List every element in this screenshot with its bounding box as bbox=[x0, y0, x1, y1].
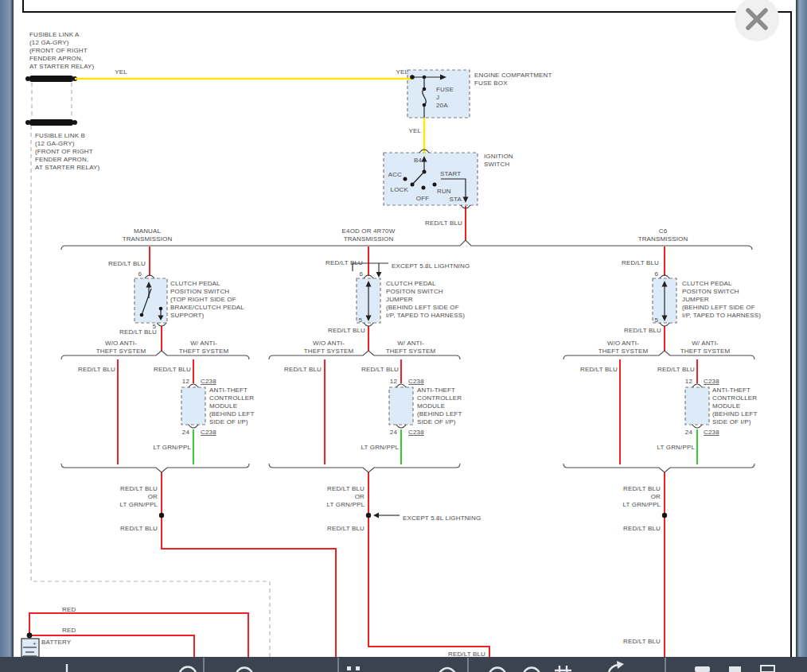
filled-rect-icon[interactable] bbox=[729, 666, 741, 672]
wire-label-red: RED bbox=[62, 627, 76, 634]
junction-dot-left bbox=[159, 513, 164, 518]
clutch-switch-label: BRAKE/CLUTCH PEDAL bbox=[170, 304, 244, 311]
wire-label-lt-grn-ppl: LT GRN/PPL bbox=[657, 444, 696, 451]
antitheft-module-label: (BEHIND LEFT bbox=[712, 410, 757, 418]
fusible-link-a-label: (FRONT OF RIGHT bbox=[29, 47, 88, 54]
wire-label-red-lt-blu: RED/LT BLU bbox=[425, 219, 462, 227]
antitheft-module-label: SIDE OF I/P) bbox=[417, 418, 456, 425]
fusible-link-b-label: (FRONT OF RIGHT bbox=[35, 148, 93, 155]
wiring-diagram: FUSIBLE LINK A (12 GA-GRY) (FRONT OF RIG… bbox=[0, 0, 807, 672]
fuse-label: FUSE bbox=[436, 86, 454, 93]
antitheft-module-label: CONTROLLER bbox=[209, 394, 254, 402]
filled-rect-icon[interactable] bbox=[695, 666, 710, 672]
system-wo-antitheft: THEFT SYSTEM bbox=[304, 348, 354, 355]
ignition-pin-b4: B4 bbox=[414, 157, 422, 164]
ignition-title: IGNITION bbox=[484, 153, 513, 160]
pin-5: 5 bbox=[358, 317, 362, 324]
clutch-switch-label: (TOP RIGHT SIDE OF bbox=[170, 296, 236, 303]
pin-5: 5 bbox=[654, 317, 658, 324]
pin-6: 6 bbox=[138, 270, 142, 278]
fuse-box-title: FUSE BOX bbox=[474, 80, 508, 87]
page-background bbox=[0, 0, 807, 672]
ignition-pos-start: START bbox=[440, 170, 461, 177]
pin-24: 24 bbox=[182, 429, 190, 436]
system-w-antitheft: THEFT SYSTEM bbox=[386, 348, 436, 355]
antitheft-module-label: MODULE bbox=[712, 402, 740, 410]
wire-label-red-lt-blu: RED/LT BLU bbox=[328, 327, 365, 334]
antitheft-module-label: (BEHIND LEFT bbox=[209, 410, 254, 418]
system-wo-antitheft: W/O ANTI- bbox=[313, 340, 345, 347]
pin-24: 24 bbox=[390, 429, 398, 436]
pin-6: 6 bbox=[654, 270, 658, 278]
wire-label-red: RED bbox=[62, 606, 76, 613]
fusible-link-b-label: (12 GA-GRY) bbox=[35, 140, 75, 147]
connector-c238: C238 bbox=[408, 378, 424, 385]
connector-c238: C238 bbox=[201, 378, 216, 385]
ignition-pin-sta: STA bbox=[450, 196, 462, 203]
wire-label-red-lt-blu: RED/LT BLU bbox=[119, 328, 157, 336]
antitheft-module-label: ANTI-THEFT bbox=[712, 386, 750, 394]
wire-label-red-lt-blu: RED/LT BLU bbox=[120, 485, 158, 492]
wire-label-lt-grn-ppl: LT GRN/PPL bbox=[623, 501, 661, 508]
branch-title-e4od: E4OD OR 4R70W bbox=[342, 227, 396, 235]
wire-label-lt-grn-ppl: LT GRN/PPL bbox=[327, 501, 365, 508]
branch-title-e4od: TRANSMISSION bbox=[344, 235, 394, 243]
fusible-link-a-label: AT STARTER RELAY) bbox=[29, 63, 95, 70]
clutch-jumper-label: CLUTCH PEDAL bbox=[682, 280, 732, 287]
system-w-antitheft: THEFT SYSTEM bbox=[680, 348, 731, 355]
anti-theft-module-box-right bbox=[685, 387, 709, 425]
pin-12: 12 bbox=[390, 378, 398, 385]
wire-label-lt-grn-ppl: LT GRN/PPL bbox=[361, 444, 400, 451]
clutch-jumper-label: JUMPER bbox=[386, 296, 413, 303]
ignition-title: SWITCH bbox=[484, 161, 510, 168]
clutch-jumper-label: POSITON SWITCH bbox=[682, 288, 739, 295]
battery-plus-sign: + bbox=[33, 640, 37, 647]
battery-label: BATTERY bbox=[41, 639, 72, 646]
connector-c238: C238 bbox=[704, 378, 719, 385]
ignition-pos-acc: ACC bbox=[388, 171, 402, 178]
left-window-edge bbox=[0, 0, 14, 672]
clutch-switch-label: CLUTCH PEDAL bbox=[170, 280, 220, 287]
clutch-jumper-label: (BEHIND LEFT SIDE OF bbox=[386, 304, 459, 311]
antitheft-module-label: SIDE OF I/P) bbox=[209, 418, 248, 425]
right-window-edge bbox=[796, 0, 807, 672]
antitheft-module-label: ANTI-THEFT bbox=[417, 386, 455, 394]
branch-title-manual: TRANSMISSION bbox=[123, 235, 173, 243]
clutch-jumper-label: I/P, TAPED TO HARNESS) bbox=[386, 312, 465, 319]
pin-24: 24 bbox=[685, 429, 693, 436]
wire-label-or: OR bbox=[651, 493, 661, 500]
junction-dot-right bbox=[662, 513, 667, 518]
wire-label-red-lt-blu: RED/LT BLU bbox=[448, 651, 485, 658]
clutch-switch-label: POSITION SWITCH bbox=[170, 288, 229, 295]
antitheft-module-label: CONTROLLER bbox=[712, 394, 757, 402]
system-w-antitheft: W/ ANTI- bbox=[692, 340, 719, 347]
junction-dot-center bbox=[366, 513, 371, 518]
wire-label-red-lt-blu: RED/LT BLU bbox=[657, 366, 695, 373]
wire-label-yel: YEL bbox=[396, 68, 408, 76]
ignition-pos-run: RUN bbox=[437, 188, 451, 195]
anti-theft-module-box-center bbox=[389, 387, 413, 425]
wire-label-red-lt-blu: RED/LT BLU bbox=[284, 366, 322, 373]
system-wo-antitheft: W/O ANTI- bbox=[105, 340, 137, 347]
antitheft-module-label: MODULE bbox=[417, 402, 445, 410]
pin-6: 6 bbox=[359, 270, 363, 278]
fuse-rating: 20A bbox=[436, 102, 448, 109]
ignition-pos-off: OFF bbox=[416, 195, 429, 202]
fusible-link-a-label: (12 GA-GRY) bbox=[29, 39, 69, 46]
toolbar-background bbox=[0, 657, 807, 672]
wire-label-red-lt-blu: RED/LT BLU bbox=[623, 485, 661, 492]
anti-theft-module-box-left bbox=[181, 387, 205, 425]
wire-label-red-lt-blu: RED/LT BLU bbox=[154, 366, 191, 373]
clutch-jumper-label: (BEHIND LEFT SIDE OF bbox=[682, 304, 755, 311]
antitheft-module-label: CONTROLLER bbox=[417, 394, 462, 402]
fusible-link-b-label: AT STARTER RELAY) bbox=[35, 164, 100, 171]
fuse-id: J bbox=[436, 94, 439, 101]
pin-12: 12 bbox=[182, 378, 190, 385]
wire-label-yel: YEL bbox=[115, 68, 127, 76]
except-58l-label: EXCEPT 5.8L LIGHTNING bbox=[403, 515, 481, 522]
wire-label-or: OR bbox=[355, 493, 365, 500]
connector-c238: C238 bbox=[704, 429, 719, 436]
diagram-viewer: FUSIBLE LINK A (12 GA-GRY) (FRONT OF RIG… bbox=[0, 0, 807, 672]
fusible-link-a-label: FUSIBLE LINK A bbox=[29, 31, 80, 38]
wire-label-red-lt-blu: RED/LT BLU bbox=[326, 259, 363, 266]
